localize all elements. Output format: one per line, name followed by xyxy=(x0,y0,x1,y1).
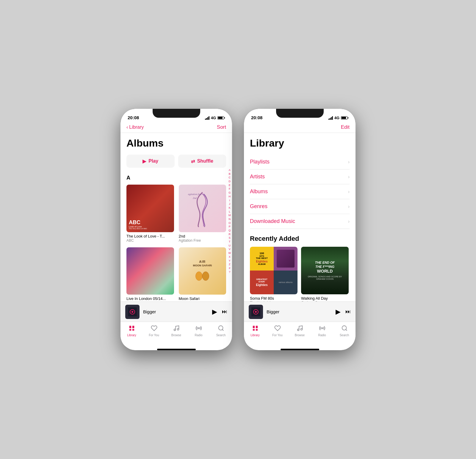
now-playing-title-2: Bigger xyxy=(267,309,332,314)
tab-label-radio-1: Radio xyxy=(195,334,202,337)
tab-bar-2: Library For You Browse Radio xyxy=(244,322,356,346)
tab-bar-1: Library For You Browse Radio xyxy=(120,322,232,346)
now-playing-bar-2[interactable]: Bigger ▶ ⏭ xyxy=(244,301,356,322)
genres-label: Genres xyxy=(250,203,267,210)
svg-rect-8 xyxy=(132,326,134,328)
tab-search-1[interactable]: Search xyxy=(210,325,232,337)
recent-name-soma: Soma FM 80s xyxy=(250,296,298,301)
alphabet-index[interactable]: A B C D E F G H I J K L M N O P Q R S T xyxy=(228,169,231,274)
tab-label-radio-2: Radio xyxy=(318,334,326,337)
play-pause-button-1[interactable]: ▶ xyxy=(212,308,217,316)
signal-icon-2 xyxy=(328,116,333,120)
nav-bar-2: Edit xyxy=(244,122,356,133)
radio-icon-2 xyxy=(319,325,325,333)
section-a-label: A xyxy=(126,175,226,181)
svg-text:2nd: 2nd xyxy=(193,197,197,199)
svg-rect-10 xyxy=(132,329,134,331)
library-item-playlists[interactable]: Playlists › xyxy=(250,155,350,169)
album-grid: ABC Look of Love The Very Best of ABC Th… xyxy=(126,185,226,301)
library-icon-1 xyxy=(129,325,135,333)
tab-foryou-1[interactable]: For You xyxy=(143,325,165,337)
shuffle-button[interactable]: ⇄ Shuffle xyxy=(178,155,226,168)
album-item-abc[interactable]: ABC Look of Love The Very Best of ABC Th… xyxy=(126,185,174,243)
skip-forward-button-1[interactable]: ⏭ xyxy=(222,309,227,315)
albums-chevron-icon: › xyxy=(348,189,350,194)
phone-1: 20:08 4G ‹ Li xyxy=(120,109,232,350)
recently-added-title: Recently Added xyxy=(250,235,350,243)
battery-icon xyxy=(217,116,225,120)
svg-point-22 xyxy=(297,329,299,331)
tab-browse-2[interactable]: Browse xyxy=(289,325,311,337)
now-playing-thumb-1 xyxy=(125,305,140,319)
home-indicator-1 xyxy=(157,349,196,350)
back-chevron-icon: ‹ xyxy=(126,125,128,130)
album-item-moon[interactable]: AIR MOON SAFARI Moon Safari Air xyxy=(179,247,226,301)
album-name-abc: The Look of Love - T... xyxy=(126,234,174,238)
svg-point-24 xyxy=(322,328,323,329)
sort-button[interactable]: Sort xyxy=(217,124,226,130)
edit-button[interactable]: Edit xyxy=(341,124,350,130)
downloaded-chevron-icon: › xyxy=(348,219,350,224)
playlists-chevron-icon: › xyxy=(348,159,350,165)
browse-icon-2 xyxy=(297,325,303,333)
library-item-albums[interactable]: Albums › xyxy=(250,184,350,199)
album-art-agitation: agitation free 2nd xyxy=(179,185,226,232)
svg-rect-21 xyxy=(256,329,257,331)
tab-foryou-2[interactable]: For You xyxy=(266,325,289,337)
recent-item-walking[interactable]: THE END OF THE F***ING WORLD ORIGINAL SO… xyxy=(301,247,349,301)
tab-label-foryou-2: For You xyxy=(272,334,282,337)
tab-label-foryou-1: For You xyxy=(149,334,159,337)
svg-point-11 xyxy=(174,329,176,331)
tab-library-2[interactable]: Library xyxy=(244,325,266,337)
np-controls-1: ▶ ⏭ xyxy=(212,308,227,316)
now-playing-bar-1[interactable]: Bigger ▶ ⏭ xyxy=(120,301,232,322)
recent-item-soma[interactable]: 100 HITS THE BEST Eighties ALBUM xyxy=(250,247,298,301)
svg-rect-19 xyxy=(256,326,257,328)
home-indicator-2 xyxy=(281,349,319,350)
tab-radio-2[interactable]: Radio xyxy=(311,325,333,337)
album-item-agitation[interactable]: agitation free 2nd 2nd Agitation Free xyxy=(179,185,226,243)
tab-browse-1[interactable]: Browse xyxy=(165,325,187,337)
shuffle-icon: ⇄ xyxy=(191,158,195,164)
downloaded-label: Downloaded Music xyxy=(250,218,295,224)
svg-point-12 xyxy=(177,328,179,330)
radio-icon-1 xyxy=(195,325,202,333)
play-button[interactable]: ▶ Play xyxy=(126,155,175,168)
notch-2 xyxy=(276,109,324,118)
album-artist-moon: Air xyxy=(179,301,226,301)
tab-search-2[interactable]: Search xyxy=(333,325,356,337)
foryou-icon-1 xyxy=(151,325,157,333)
svg-point-2 xyxy=(196,271,203,280)
svg-point-13 xyxy=(198,328,199,329)
status-icons-1: 4G xyxy=(205,116,225,120)
np-controls-2: ▶ ⏭ xyxy=(336,308,351,316)
library-item-artists[interactable]: Artists › xyxy=(250,169,350,184)
foryou-icon-2 xyxy=(274,325,281,333)
search-icon-1 xyxy=(218,325,224,333)
screen-1: 20:08 4G ‹ Li xyxy=(120,109,232,350)
tab-radio-1[interactable]: Radio xyxy=(187,325,210,337)
play-icon: ▶ xyxy=(143,158,146,164)
library-icon-2 xyxy=(252,325,259,333)
library-item-genres[interactable]: Genres › xyxy=(250,199,350,214)
library-list: Playlists › Artists › Albums › Genres › … xyxy=(250,155,350,229)
recent-name-walking: Walking All Day xyxy=(301,296,349,301)
play-pause-button-2[interactable]: ▶ xyxy=(336,308,341,316)
svg-point-25 xyxy=(342,326,346,330)
album-name-aidan: Live In London 05/14... xyxy=(126,296,174,301)
albums-label: Albums xyxy=(250,188,268,195)
screen-2: 20:08 4G Edit xyxy=(244,109,356,350)
action-buttons: ▶ Play ⇄ Shuffle xyxy=(126,155,226,168)
library-item-downloaded[interactable]: Downloaded Music › xyxy=(250,214,350,229)
back-button[interactable]: ‹ Library xyxy=(126,125,144,130)
album-artist-abc: ABC xyxy=(126,238,174,243)
signal-icon xyxy=(205,116,209,120)
library-content: Library Playlists › Artists › Albums › G… xyxy=(244,133,356,301)
skip-forward-button-2[interactable]: ⏭ xyxy=(345,309,351,315)
svg-point-23 xyxy=(300,328,302,330)
genres-chevron-icon: › xyxy=(348,204,350,209)
tab-library-1[interactable]: Library xyxy=(120,325,143,337)
album-item-aidan[interactable]: Live In London 05/14... Aidan Baker xyxy=(126,247,174,301)
svg-rect-7 xyxy=(129,326,131,328)
svg-point-17 xyxy=(255,311,257,313)
